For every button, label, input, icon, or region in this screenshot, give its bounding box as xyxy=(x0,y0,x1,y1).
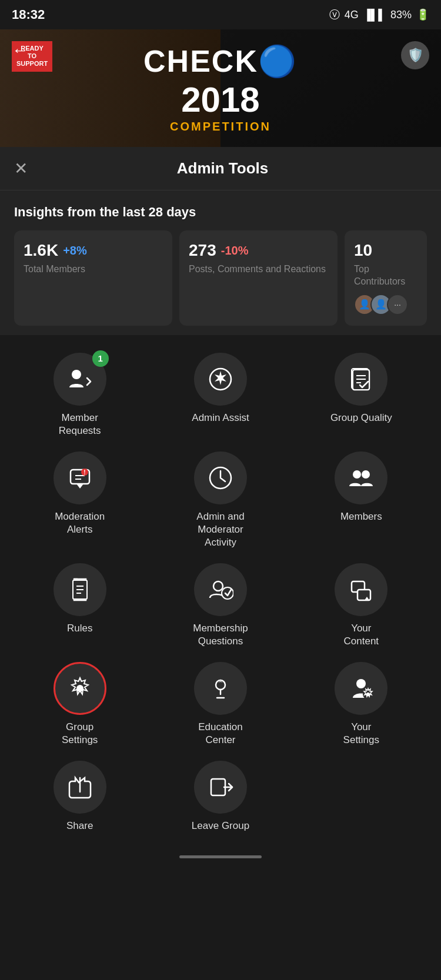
tool-leave-group[interactable]: Leave Group xyxy=(155,761,286,832)
your-settings-icon xyxy=(348,675,374,701)
status-icons: ⓥ 4G ▐▌▌ 83% 🔋 xyxy=(329,8,429,22)
tool-moderation-alerts[interactable]: ! ModerationAlerts xyxy=(14,451,145,549)
group-quality-icon-wrap xyxy=(335,353,387,406)
your-content-icon xyxy=(348,577,374,603)
member-requests-label: MemberRequests xyxy=(59,412,101,437)
group-quality-icon xyxy=(348,366,374,392)
admin-moderator-activity-icon-wrap xyxy=(194,451,247,504)
status-time: 18:32 xyxy=(12,7,45,22)
rules-icon-wrap xyxy=(54,563,106,616)
tool-group-settings[interactable]: GroupSettings xyxy=(14,662,145,747)
tool-share[interactable]: Share xyxy=(14,761,145,832)
status-bar: 18:32 ⓥ 4G ▐▌▌ 83% 🔋 xyxy=(0,0,441,29)
tool-your-settings[interactable]: YourSettings xyxy=(296,662,427,747)
battery-icon: 🔋 xyxy=(416,8,429,21)
members-label: Members xyxy=(340,510,382,523)
back-button[interactable]: ← xyxy=(12,41,28,60)
tool-members[interactable]: Members xyxy=(296,451,427,549)
tool-admin-moderator-activity[interactable]: Admin andModeratorActivity xyxy=(155,451,286,549)
moderation-alerts-icon: ! xyxy=(67,465,93,491)
your-settings-label: YourSettings xyxy=(343,721,379,747)
moderation-alerts-icon-wrap: ! xyxy=(54,451,106,504)
contributors-number: 10 xyxy=(354,241,417,260)
group-settings-icon xyxy=(67,675,93,701)
tool-education-center[interactable]: EducationCenter xyxy=(155,662,286,747)
close-button[interactable]: ✕ xyxy=(14,159,28,178)
tool-grid: 1 MemberRequests Admin Assist xyxy=(14,353,427,648)
member-requests-icon-wrap: 1 xyxy=(54,353,106,406)
leave-group-icon-wrap xyxy=(194,761,247,814)
admin-moderator-activity-label: Admin andModeratorActivity xyxy=(196,510,244,549)
leave-group-label: Leave Group xyxy=(192,820,249,832)
admin-assist-icon xyxy=(208,366,233,392)
leave-group-icon xyxy=(208,774,233,800)
shield-icon: 🛡️ xyxy=(407,48,423,63)
hero-area: READY TO SUPPORT CHECK🔵 2018 COMPETITION… xyxy=(0,29,441,147)
avatar-more: ··· xyxy=(387,294,408,315)
tool-admin-assist[interactable]: Admin Assist xyxy=(155,353,286,437)
hero-year: 2018 xyxy=(143,79,298,120)
insight-card-contributors[interactable]: 10 Top Contributors 👤 👤 ··· xyxy=(345,230,427,326)
share-label: Share xyxy=(66,820,93,832)
contributor-avatars: 👤 👤 ··· xyxy=(354,294,417,315)
admin-tools-header: ✕ Admin Tools xyxy=(0,147,441,190)
tool-grid-row4: GroupSettings EducationCenter xyxy=(14,662,427,747)
tool-rules[interactable]: Rules xyxy=(14,563,145,648)
share-icon xyxy=(67,774,93,800)
svg-point-18 xyxy=(362,470,370,479)
hero-badge[interactable]: 🛡️ xyxy=(401,41,429,69)
svg-point-0 xyxy=(72,370,81,379)
education-center-label: EducationCenter xyxy=(198,721,243,747)
membership-questions-label: MembershipQuestions xyxy=(193,622,248,648)
share-icon-wrap xyxy=(54,761,106,814)
rules-label: Rules xyxy=(67,622,92,635)
group-settings-label: GroupSettings xyxy=(62,721,98,747)
tool-grid-section: 1 MemberRequests Admin Assist xyxy=(0,335,441,851)
posts-label: Posts, Comments and Reactions xyxy=(189,263,328,276)
admin-assist-label: Admin Assist xyxy=(192,412,249,424)
insight-card-posts[interactable]: 273 -10% Posts, Comments and Reactions xyxy=(179,230,338,326)
member-requests-icon xyxy=(67,366,93,392)
svg-rect-36 xyxy=(211,779,225,795)
svg-point-17 xyxy=(353,470,361,479)
group-settings-icon-wrap xyxy=(54,662,106,715)
members-label: Total Members xyxy=(24,263,163,276)
member-requests-badge: 1 xyxy=(92,350,109,367)
group-quality-label: Group Quality xyxy=(330,412,392,424)
members-icon-wrap xyxy=(335,451,387,504)
hero-title: CHECK🔵 xyxy=(143,44,298,79)
svg-text:!: ! xyxy=(83,469,85,476)
signal-icon: ▐▌▌ xyxy=(363,9,386,21)
members-icon xyxy=(348,465,374,491)
insights-cards: 1.6K +8% Total Members 273 -10% Posts, C… xyxy=(14,230,427,326)
wifi-icon: ⓥ xyxy=(329,8,340,22)
insights-title: Insights from the last 28 days xyxy=(14,205,427,220)
your-content-label: YourContent xyxy=(344,622,379,648)
svg-rect-26 xyxy=(358,590,370,600)
tool-group-quality[interactable]: Group Quality xyxy=(296,353,427,437)
members-number: 1.6K +8% xyxy=(24,241,163,260)
contributors-label: Top Contributors xyxy=(354,263,417,288)
moderation-alerts-label: ModerationAlerts xyxy=(55,510,105,536)
tool-membership-questions[interactable]: MembershipQuestions xyxy=(155,563,286,648)
posts-number: 273 -10% xyxy=(189,241,328,260)
insight-card-members[interactable]: 1.6K +8% Total Members xyxy=(14,230,172,326)
admin-tools-title: Admin Tools xyxy=(42,159,403,178)
tool-your-content[interactable]: YourContent xyxy=(296,563,427,648)
education-center-icon xyxy=(208,675,233,701)
hero-content: CHECK🔵 2018 COMPETITION xyxy=(143,44,298,133)
your-settings-icon-wrap xyxy=(335,662,387,715)
admin-assist-icon-wrap xyxy=(194,353,247,406)
membership-questions-icon xyxy=(208,577,233,603)
hero-competition: COMPETITION xyxy=(143,120,298,133)
svg-point-32 xyxy=(356,679,366,688)
home-indicator xyxy=(0,851,441,868)
battery-percent: 83% xyxy=(390,9,412,21)
your-content-icon-wrap xyxy=(335,563,387,616)
rules-icon xyxy=(67,577,93,603)
svg-point-23 xyxy=(213,581,223,591)
empty-col xyxy=(296,761,427,832)
back-icon: ← xyxy=(12,41,28,59)
tool-member-requests[interactable]: 1 MemberRequests xyxy=(14,353,145,437)
network-type: 4G xyxy=(345,9,359,21)
